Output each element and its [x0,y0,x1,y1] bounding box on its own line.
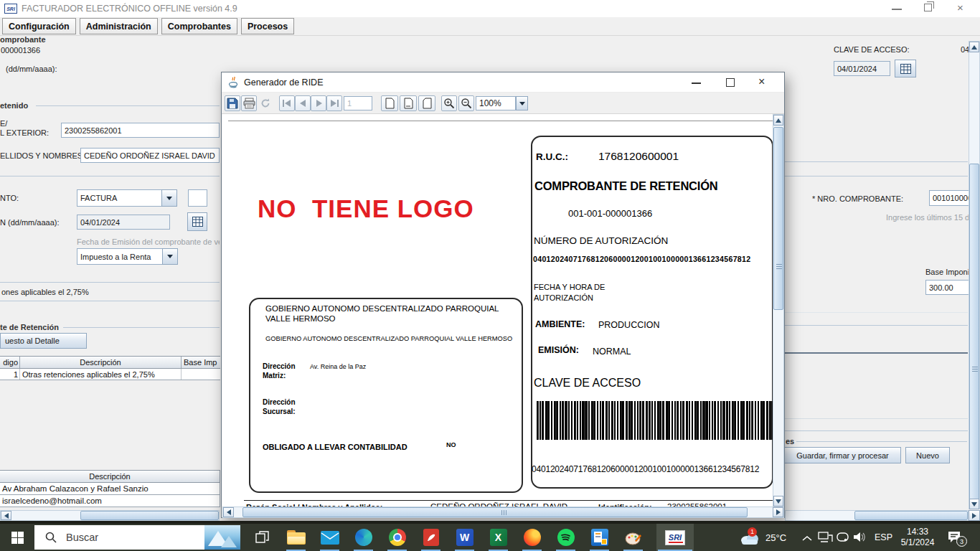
taskbar-viewer[interactable] [583,524,616,551]
list-item[interactable]: israelcedeno@hotmail.com [0,495,220,507]
doc-type-extra-box[interactable] [188,189,207,207]
last-page-button[interactable] [326,95,342,111]
add-detalle-button[interactable]: uesto al Detalle [0,333,87,349]
weather-widget[interactable]: 1 25°C [739,524,795,551]
table-row[interactable]: 1 Otras retenciones aplicables el 2,75% [0,369,220,380]
chevron-down-icon [167,255,173,258]
single-page-view-button[interactable] [381,95,398,111]
scrollbar-thumb[interactable] [969,164,979,501]
id-input[interactable]: 2300255862001 [61,123,220,138]
next-page-icon [316,100,322,107]
scroll-down-button[interactable] [969,499,979,509]
menu-procesos[interactable]: Procesos [241,18,294,34]
save-button[interactable] [225,95,240,111]
taskbar-paint[interactable] [617,524,649,551]
tray-volume-button[interactable] [853,532,868,545]
menu-configuracion[interactable]: Configuración [2,18,76,34]
fecha-calendar-button[interactable] [895,60,916,77]
scrollbar-thumb[interactable] [854,511,968,520]
tax-type-select[interactable]: Impuesto a la Renta [77,248,163,265]
scrollbar-thumb[interactable] [773,127,783,310]
taskbar-chrome[interactable] [381,524,413,551]
tray-app-button[interactable] [837,532,849,545]
tray-chevron-button[interactable] [802,532,812,545]
dialog-close-button[interactable]: × [758,75,765,88]
search-box[interactable]: Buscar [34,525,240,550]
dir-sucursal-label-2: Sucursal: [263,408,296,415]
taskbar-mail[interactable] [314,524,346,551]
zoom-level-arrow[interactable] [516,96,528,110]
names-input[interactable]: CEDEÑO ORDOÑEZ ISRAEL DAVID [80,148,220,163]
taskbar-file-explorer[interactable] [280,524,312,551]
start-button[interactable] [0,524,34,551]
scroll-right-button[interactable] [773,507,783,517]
menu-comprobantes[interactable]: Comprobantes [161,18,237,34]
clock[interactable]: 14:33 5/1/2024 [897,526,938,549]
scroll-up-button[interactable] [773,115,783,126]
search-highlight-image[interactable] [204,525,240,550]
main-vscrollbar[interactable] [969,41,980,509]
tray-network-button[interactable] [818,532,833,546]
doc-type-select[interactable]: FACTURA [77,189,162,207]
notification-center-button[interactable]: 3 [947,530,961,546]
taskbar-pdf-editor[interactable] [415,524,447,551]
tax-type-select-arrow[interactable] [162,248,178,265]
scroll-right-button[interactable] [969,510,980,521]
col-base[interactable]: Base Imp [182,357,220,368]
task-view-button[interactable] [248,524,278,551]
scrollbar-thumb[interactable] [80,511,219,520]
previous-page-button[interactable] [295,95,311,111]
emission-calendar-button[interactable] [187,212,207,231]
fit-page-icon [404,98,413,109]
col-descripcion[interactable]: Descripción [20,357,182,368]
scroll-up-button[interactable] [969,42,979,52]
taskbar-word[interactable]: W [448,524,481,551]
description-table-header[interactable]: Descripción [0,471,220,483]
taskbar-edge[interactable] [347,524,380,551]
weather-cloud-icon: 1 [739,530,760,545]
java-icon [228,77,239,91]
taskbar-spotify[interactable] [550,524,582,551]
menu-administracion[interactable]: Administración [80,18,158,34]
col-codigo[interactable]: digo [0,357,20,368]
zoom-out-button[interactable] [458,95,474,111]
emission-date-label: N (dd/mm/aaaa): [0,218,60,227]
search-icon [44,531,57,544]
ruc-label: R.U.C.: [536,151,568,162]
main-hscrollbar[interactable] [785,510,969,521]
pdf-editor-icon [423,529,439,546]
taskbar-firefox[interactable] [516,524,548,551]
doc-type-select-arrow[interactable] [161,189,177,207]
scrollbar-thumb[interactable] [242,507,748,517]
zoom-level-input[interactable]: 100% [476,96,516,110]
language-indicator[interactable]: ESP [875,532,892,542]
emission-date-input[interactable]: 04/01/2024 [77,215,170,230]
refresh-button[interactable] [258,95,273,111]
print-button[interactable] [241,95,257,111]
new-button[interactable]: Nuevo [905,447,950,463]
dialog-maximize-button[interactable] [726,78,735,87]
zoom-in-button[interactable] [441,95,457,111]
dialog-hscrollbar[interactable] [222,507,784,518]
taskbar-excel[interactable]: X [482,524,514,551]
first-page-button[interactable] [279,95,295,111]
list-item[interactable]: Av Abraham Calazacon y Rafael Sanzio [0,483,220,495]
main-close-button[interactable]: × [957,1,963,14]
main-window-title: FACTURADOR ELECTRÓNICO OFFLINE versión 4… [22,4,237,14]
main-minimize-button[interactable] [892,9,902,10]
left-hscrollbar[interactable] [0,510,220,521]
dialog-vscrollbar[interactable] [773,114,784,507]
scroll-left-button[interactable] [1,511,11,520]
save-sign-process-button[interactable]: Guardar, firmar y procesar [784,447,901,463]
dialog-titlebar[interactable]: Generador de RIDE × [222,72,784,93]
fit-width-view-button[interactable] [418,95,435,111]
scroll-down-button[interactable] [773,496,783,507]
page-number-input[interactable]: 1 [344,96,372,110]
taskbar-sri-app[interactable]: SRI [656,524,694,551]
clock-time: 14:33 [907,527,928,537]
fecha-input[interactable]: 04/01/2024 [834,61,890,76]
dialog-minimize-button[interactable] [692,83,701,84]
scroll-left-button[interactable] [223,507,234,517]
fit-page-view-button[interactable] [400,95,417,111]
next-page-button[interactable] [311,95,326,111]
